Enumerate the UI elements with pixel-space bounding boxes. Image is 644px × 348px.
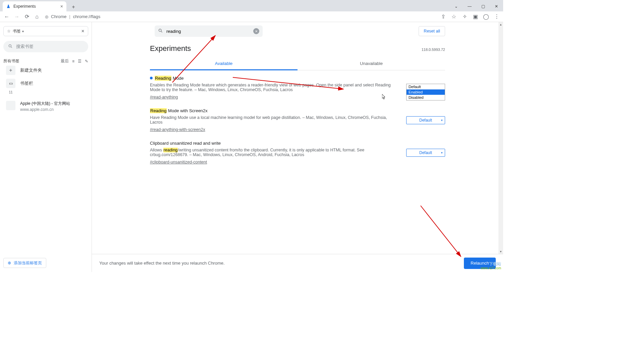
cursor-icon xyxy=(382,94,386,99)
page-title: Experiments xyxy=(150,44,191,53)
chevron-down-icon: ▾ xyxy=(441,119,443,122)
svg-point-0 xyxy=(9,45,11,47)
profile-icon[interactable]: ◯ xyxy=(482,13,490,20)
sidepanel-icon[interactable]: ▣ xyxy=(472,13,479,20)
maximize-icon[interactable]: ▢ xyxy=(476,1,490,11)
flag-description: Allows reading/writing unsanitized conte… xyxy=(150,148,398,157)
flag-hash[interactable]: #clipboard-unsanitized-content xyxy=(150,160,207,164)
flag-description: Have Reading Mode use a local machine le… xyxy=(150,115,398,125)
sidebar-footer: ⊕ 添加当前标签页 xyxy=(3,258,88,268)
svg-line-1 xyxy=(11,47,12,48)
bookmarks-sidebar: ☆ 书签 ▾ ✕ 搜索书签 所有书签 最后 ≡ ☰ ✎ + 新建文件夹 xyxy=(0,22,92,272)
restart-bar: Your changes will take effect the next t… xyxy=(92,254,503,272)
chrome-icon: ◎ xyxy=(45,14,48,19)
dropdown-option-disabled[interactable]: Disabled xyxy=(407,95,445,100)
tab-available[interactable]: Available xyxy=(150,58,298,70)
bookmark-bar-item[interactable]: ▭ 11 书签栏 xyxy=(3,77,88,98)
folder-icon: ▭ xyxy=(6,79,15,88)
menu-icon[interactable]: ⋮ xyxy=(493,13,500,20)
tab-unavailable[interactable]: Unavailable xyxy=(298,58,445,70)
flag-item: Clipboard unsanitized read and write All… xyxy=(150,135,445,168)
flag-name: Clipboard unsanitized read and write xyxy=(150,141,398,146)
reset-all-button[interactable]: Reset all xyxy=(419,26,445,36)
bookmarks-label: 书签 xyxy=(13,28,21,34)
svg-point-2 xyxy=(159,29,162,31)
apple-icon xyxy=(6,101,15,110)
bookmark-count: 11 xyxy=(6,88,15,96)
flags-search-box[interactable]: ✕ xyxy=(155,25,263,37)
close-icon[interactable]: ✕ xyxy=(490,1,503,11)
chevron-down-icon: ▾ xyxy=(22,29,24,33)
bookmark-title: Apple (中国大陆) - 官方网站 xyxy=(20,101,70,107)
all-bookmarks-label: 所有书签 xyxy=(3,58,19,64)
flags-tabs: Available Unavailable xyxy=(150,58,445,70)
sidebar-subheader: 所有书签 最后 ≡ ☰ ✎ xyxy=(3,58,88,64)
home-button[interactable]: ⌂ xyxy=(33,13,41,21)
flag-description: Enables the Reading Mode feature which g… xyxy=(150,83,398,92)
chevron-down-icon[interactable]: ⌄ xyxy=(449,1,463,11)
add-icon: ⊕ xyxy=(8,261,11,265)
modified-dot-icon xyxy=(150,77,153,79)
bookmark-url: www.apple.com.cn xyxy=(20,107,70,112)
bookmarks-search[interactable]: 搜索书签 xyxy=(3,41,88,52)
plus-icon: + xyxy=(6,66,15,75)
chevron-down-icon: ▾ xyxy=(441,151,443,154)
search-placeholder: 搜索书签 xyxy=(16,44,34,50)
svg-line-6 xyxy=(421,206,461,257)
flag-select[interactable]: Default▾ xyxy=(406,116,445,124)
edit-icon[interactable]: ✎ xyxy=(85,59,88,64)
url-label: Chrome xyxy=(51,14,66,19)
add-current-tab-button[interactable]: ⊕ 添加当前标签页 xyxy=(3,258,46,268)
search-icon xyxy=(8,44,13,50)
flag-item: Reading Mode with Screen2x Have Reading … xyxy=(150,103,445,135)
flag-name: Reading Mode with Screen2x xyxy=(150,108,398,113)
bookmark-bar-label: 书签栏 xyxy=(20,79,33,86)
url-separator: | xyxy=(69,14,70,19)
add-current-label: 添加当前标签页 xyxy=(14,260,42,266)
flag-name: Reading Mode xyxy=(150,76,398,81)
address-bar[interactable]: ◎ Chrome | chrome://flags xyxy=(45,14,100,19)
window-titlebar: Experiments × + ⌄ — ▢ ✕ xyxy=(0,0,503,11)
flags-content: ▲ ▼ ✕ Reset all Experiments 118.0.5993.7… xyxy=(92,22,503,272)
list-icon[interactable]: ☰ xyxy=(78,59,82,64)
svg-line-3 xyxy=(161,31,162,32)
window-controls: ⌄ — ▢ ✕ xyxy=(449,1,503,11)
dropdown-option-enabled[interactable]: Enabled xyxy=(407,89,445,95)
clear-search-icon[interactable]: ✕ xyxy=(253,28,259,34)
flag-hash[interactable]: #read-anything xyxy=(150,95,178,99)
browser-toolbar: ← → ⟳ ⌂ ◎ Chrome | chrome://flags ⇪ ☆ ✧ … xyxy=(0,11,503,22)
share-icon[interactable]: ⇪ xyxy=(439,13,447,20)
watermark: 下载站 www.xz7.com xyxy=(481,262,501,270)
bookmark-item-apple[interactable]: Apple (中国大陆) - 官方网站 www.apple.com.cn xyxy=(3,98,88,115)
sort-label[interactable]: 最后 xyxy=(61,58,69,64)
close-sidebar-icon[interactable]: ✕ xyxy=(81,29,85,33)
sidebar-header[interactable]: ☆ 书签 ▾ ✕ xyxy=(3,26,88,36)
search-icon xyxy=(158,28,163,34)
new-folder-label: 新建文件夹 xyxy=(20,68,42,73)
chrome-version: 118.0.5993.72 xyxy=(422,48,445,52)
flag-hash[interactable]: #read-anything-with-screen2x xyxy=(150,127,205,132)
minimize-icon[interactable]: — xyxy=(463,1,476,11)
back-button[interactable]: ← xyxy=(3,13,11,21)
extensions-icon[interactable]: ✧ xyxy=(461,13,468,20)
tab-title: Experiments xyxy=(13,4,36,9)
star-icon[interactable]: ☆ xyxy=(450,13,458,20)
filter-icon[interactable]: ≡ xyxy=(72,59,74,64)
reload-button[interactable]: ⟳ xyxy=(23,13,31,21)
flags-search-input[interactable] xyxy=(166,29,253,34)
tab-close-icon[interactable]: × xyxy=(60,4,63,9)
dropdown-option-default[interactable]: Default xyxy=(407,84,445,89)
scrollbar[interactable]: ▲ ▼ xyxy=(498,22,503,254)
flag-select[interactable]: Default▾ xyxy=(406,149,445,157)
browser-tab[interactable]: Experiments × xyxy=(3,1,66,11)
new-folder-item[interactable]: + 新建文件夹 xyxy=(3,64,88,77)
flag-item: Reading Mode Enables the Reading Mode fe… xyxy=(150,70,445,103)
star-icon: ☆ xyxy=(7,29,11,33)
scroll-up-icon[interactable]: ▲ xyxy=(498,22,503,27)
new-tab-button[interactable]: + xyxy=(69,3,78,11)
flag-dropdown: Default Enabled Disabled xyxy=(406,84,445,100)
restart-message: Your changes will take effect the next t… xyxy=(99,261,225,266)
url-text: chrome://flags xyxy=(73,14,101,19)
forward-button[interactable]: → xyxy=(13,13,21,21)
scroll-down-icon[interactable]: ▼ xyxy=(498,249,503,254)
